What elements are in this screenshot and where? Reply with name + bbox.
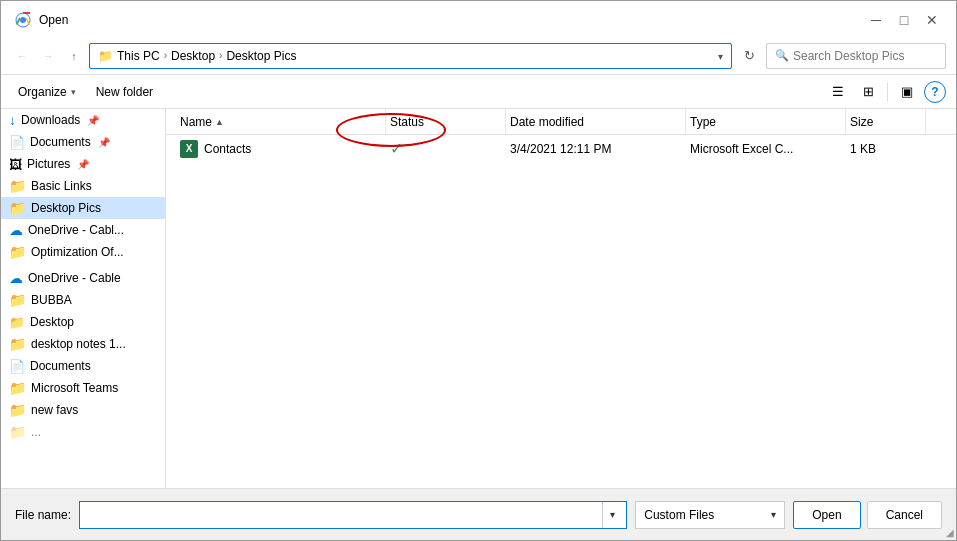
sidebar-item-bubba[interactable]: 📁 BUBBA <box>1 289 165 311</box>
onedrive-icon: ☁ <box>9 270 23 286</box>
doc-icon: 📄 <box>9 135 25 150</box>
dialog-title: Open <box>39 13 68 27</box>
col-date-label: Date modified <box>510 115 584 129</box>
folder-icon: 📁 <box>9 424 26 440</box>
help-button[interactable]: ? <box>924 81 946 103</box>
organize-dropdown-icon: ▾ <box>71 87 76 97</box>
pictures-icon: 🖼 <box>9 157 22 172</box>
desktop-folder-icon: 📁 <box>9 315 25 330</box>
sidebar-item-desktop-notes[interactable]: 📁 desktop notes 1... <box>1 333 165 355</box>
cancel-button[interactable]: Cancel <box>867 501 942 529</box>
breadcrumb[interactable]: 📁 This PC › Desktop › Desktop Pics ▾ <box>89 43 732 69</box>
filename-dropdown-button[interactable]: ▾ <box>602 502 622 528</box>
sidebar-item-desktop-pics[interactable]: 📁 Desktop Pics <box>1 197 165 219</box>
refresh-button[interactable]: ↻ <box>736 43 762 69</box>
open-dialog: Open ─ □ ✕ ← → ↑ 📁 This PC › Desktop › D… <box>0 0 957 541</box>
organize-button[interactable]: Organize ▾ <box>11 80 83 104</box>
sidebar-item-basic-links[interactable]: 📁 Basic Links <box>1 175 165 197</box>
close-button[interactable]: ✕ <box>920 8 944 32</box>
preview-icon: ▣ <box>901 84 913 99</box>
sidebar-item-label: OneDrive - Cable <box>28 271 121 285</box>
view-grid-icon: ⊞ <box>863 84 874 99</box>
title-bar: Open ─ □ ✕ <box>1 1 956 37</box>
breadcrumb-thispc: This PC <box>117 49 160 63</box>
folder-icon: 📁 <box>98 49 113 63</box>
folder-icon: 📁 <box>9 200 26 216</box>
title-bar-left: Open <box>15 12 68 28</box>
toolbar-right: ☰ ⊞ ▣ ? <box>825 80 946 104</box>
address-bar: ← → ↑ 📁 This PC › Desktop › Desktop Pics… <box>1 37 956 75</box>
sidebar-item-label: Desktop <box>30 315 74 329</box>
sidebar-item-desktop[interactable]: 📁 Desktop <box>1 311 165 333</box>
sidebar-item-onedrive-cabl[interactable]: ☁ OneDrive - Cabl... <box>1 219 165 241</box>
forward-button[interactable]: → <box>37 45 59 67</box>
main-content: ↓ Downloads 📌 📄 Documents 📌 🖼 Pictures 📌… <box>1 109 956 488</box>
folder-icon: 📁 <box>9 380 26 396</box>
col-header-status[interactable]: Status <box>386 109 506 134</box>
sidebar-item-new-favs[interactable]: 📁 new favs <box>1 399 165 421</box>
doc2-icon: 📄 <box>9 359 25 374</box>
sidebar-item-documents2[interactable]: 📄 Documents <box>1 355 165 377</box>
back-button[interactable]: ← <box>11 45 33 67</box>
col-header-extra <box>926 109 946 134</box>
chrome-icon <box>15 12 31 28</box>
file-name-cell: X Contacts <box>176 140 386 158</box>
up-button[interactable]: ↑ <box>63 45 85 67</box>
new-folder-button[interactable]: New folder <box>89 80 160 104</box>
search-icon: 🔍 <box>775 49 789 62</box>
file-date-cell: 3/4/2021 12:11 PM <box>506 142 686 156</box>
sidebar-item-label: Basic Links <box>31 179 92 193</box>
toolbar: Organize ▾ New folder ☰ ⊞ ▣ ? <box>1 75 956 109</box>
col-header-date[interactable]: Date modified <box>506 109 686 134</box>
search-box[interactable]: 🔍 <box>766 43 946 69</box>
preview-pane-button[interactable]: ▣ <box>894 80 920 104</box>
folder-icon: 📁 <box>9 402 26 418</box>
folder-icon: 📁 <box>9 292 26 308</box>
col-header-name[interactable]: Name ▲ <box>176 109 386 134</box>
sidebar-item-pictures[interactable]: 🖼 Pictures 📌 <box>1 153 165 175</box>
sidebar-item-label: ... <box>31 425 41 439</box>
sidebar-item-label: Documents <box>30 135 91 149</box>
view-list-icon: ☰ <box>832 84 844 99</box>
filename-input-wrap: ▾ <box>79 501 627 529</box>
col-header-type[interactable]: Type <box>686 109 846 134</box>
table-row[interactable]: X Contacts ✓ 3/4/2021 12:11 PM Microsoft… <box>176 135 946 163</box>
file-list: X Contacts ✓ 3/4/2021 12:11 PM Microsoft… <box>166 135 956 488</box>
file-size-cell: 1 KB <box>846 142 926 156</box>
folder-icon: 📁 <box>9 336 26 352</box>
download-icon: ↓ <box>9 112 16 128</box>
view-list-button[interactable]: ☰ <box>825 80 851 104</box>
sidebar-item-downloads[interactable]: ↓ Downloads 📌 <box>1 109 165 131</box>
back-icon: ← <box>17 50 28 62</box>
file-status-cell: ✓ <box>386 139 506 158</box>
view-grid-button[interactable]: ⊞ <box>855 80 881 104</box>
sidebar-item-partial[interactable]: 📁 ... <box>1 421 165 443</box>
pin-icon: 📌 <box>77 159 89 170</box>
filename-input[interactable] <box>84 502 602 528</box>
minimize-button[interactable]: ─ <box>864 8 888 32</box>
sidebar-item-optimization[interactable]: 📁 Optimization Of... <box>1 241 165 263</box>
filetype-dropdown-icon: ▾ <box>771 509 776 520</box>
sidebar-item-label: Optimization Of... <box>31 245 124 259</box>
open-button[interactable]: Open <box>793 501 860 529</box>
sort-arrow-icon: ▲ <box>215 117 224 127</box>
up-icon: ↑ <box>71 50 77 62</box>
sidebar-item-onedrive-cable[interactable]: ☁ OneDrive - Cable <box>1 267 165 289</box>
col-name-label: Name <box>180 115 212 129</box>
file-list-container: Name ▲ Status Date modified Type Size <box>166 109 956 488</box>
folder-icon: 📁 <box>9 244 26 260</box>
filetype-select[interactable]: Custom Files ▾ <box>635 501 785 529</box>
search-input[interactable] <box>793 49 937 63</box>
forward-icon: → <box>43 50 54 62</box>
sidebar-item-ms-teams[interactable]: 📁 Microsoft Teams <box>1 377 165 399</box>
col-header-size[interactable]: Size <box>846 109 926 134</box>
breadcrumb-desktoppics: Desktop Pics <box>226 49 296 63</box>
title-controls: ─ □ ✕ <box>864 8 944 32</box>
maximize-button[interactable]: □ <box>892 8 916 32</box>
filename-dropdown-icon: ▾ <box>610 509 615 520</box>
col-size-label: Size <box>850 115 873 129</box>
sidebar-item-label: Desktop Pics <box>31 201 101 215</box>
sidebar-item-documents[interactable]: 📄 Documents 📌 <box>1 131 165 153</box>
refresh-icon: ↻ <box>744 48 755 63</box>
bottom-buttons: Open Cancel <box>793 501 942 529</box>
